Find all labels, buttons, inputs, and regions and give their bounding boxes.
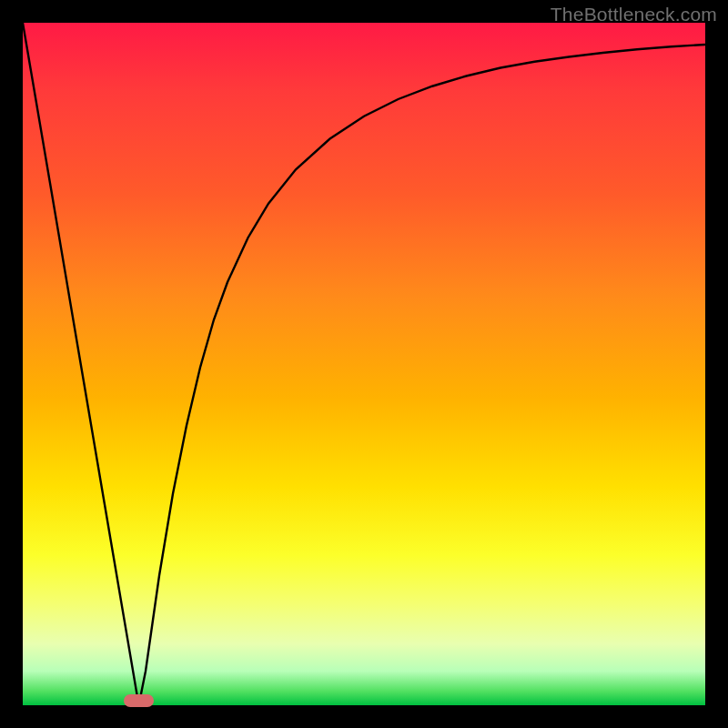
bottleneck-curve [23, 23, 705, 705]
plot-area [23, 23, 705, 705]
watermark-text: TheBottleneck.com [551, 4, 717, 25]
optimal-marker [124, 694, 155, 707]
chart-container: TheBottleneck.com [0, 0, 728, 728]
